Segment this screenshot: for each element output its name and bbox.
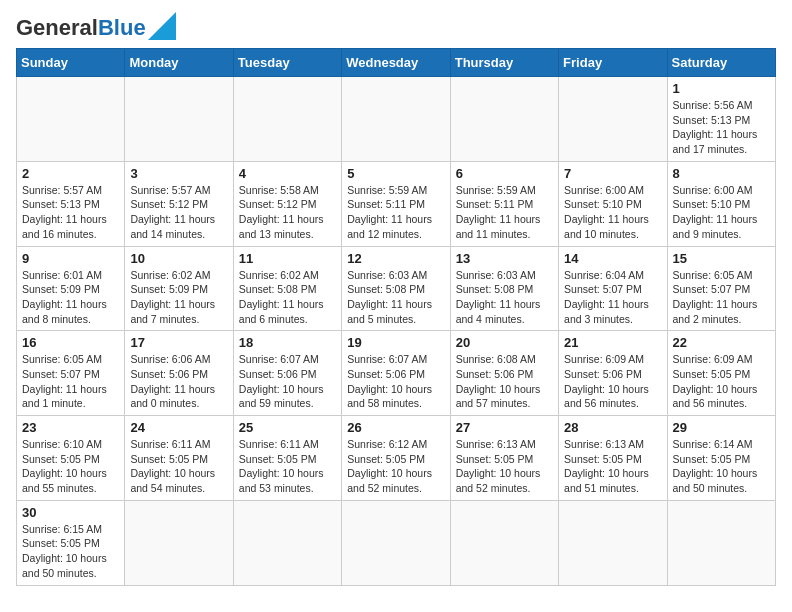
day-info: Sunrise: 6:05 AM Sunset: 5:07 PM Dayligh… xyxy=(673,268,770,327)
calendar-cell: 30Sunrise: 6:15 AM Sunset: 5:05 PM Dayli… xyxy=(17,500,125,585)
day-number: 27 xyxy=(456,420,553,435)
calendar-cell: 16Sunrise: 6:05 AM Sunset: 5:07 PM Dayli… xyxy=(17,331,125,416)
calendar-cell xyxy=(233,77,341,162)
calendar-cell: 5Sunrise: 5:59 AM Sunset: 5:11 PM Daylig… xyxy=(342,161,450,246)
day-info: Sunrise: 6:00 AM Sunset: 5:10 PM Dayligh… xyxy=(673,183,770,242)
calendar-cell: 27Sunrise: 6:13 AM Sunset: 5:05 PM Dayli… xyxy=(450,416,558,501)
calendar-cell: 17Sunrise: 6:06 AM Sunset: 5:06 PM Dayli… xyxy=(125,331,233,416)
calendar-cell: 22Sunrise: 6:09 AM Sunset: 5:05 PM Dayli… xyxy=(667,331,775,416)
calendar-cell: 8Sunrise: 6:00 AM Sunset: 5:10 PM Daylig… xyxy=(667,161,775,246)
logo-icon xyxy=(148,12,176,40)
day-number: 14 xyxy=(564,251,661,266)
day-info: Sunrise: 5:57 AM Sunset: 5:12 PM Dayligh… xyxy=(130,183,227,242)
calendar-cell xyxy=(342,77,450,162)
day-info: Sunrise: 6:03 AM Sunset: 5:08 PM Dayligh… xyxy=(347,268,444,327)
calendar-cell xyxy=(125,500,233,585)
calendar-cell: 13Sunrise: 6:03 AM Sunset: 5:08 PM Dayli… xyxy=(450,246,558,331)
weekday-header-monday: Monday xyxy=(125,49,233,77)
calendar-cell: 2Sunrise: 5:57 AM Sunset: 5:13 PM Daylig… xyxy=(17,161,125,246)
day-info: Sunrise: 6:11 AM Sunset: 5:05 PM Dayligh… xyxy=(130,437,227,496)
day-info: Sunrise: 6:07 AM Sunset: 5:06 PM Dayligh… xyxy=(347,352,444,411)
calendar-cell xyxy=(342,500,450,585)
calendar-cell: 23Sunrise: 6:10 AM Sunset: 5:05 PM Dayli… xyxy=(17,416,125,501)
day-number: 12 xyxy=(347,251,444,266)
calendar-cell: 11Sunrise: 6:02 AM Sunset: 5:08 PM Dayli… xyxy=(233,246,341,331)
day-number: 18 xyxy=(239,335,336,350)
weekday-header-saturday: Saturday xyxy=(667,49,775,77)
day-info: Sunrise: 6:11 AM Sunset: 5:05 PM Dayligh… xyxy=(239,437,336,496)
calendar-cell xyxy=(450,77,558,162)
day-info: Sunrise: 6:07 AM Sunset: 5:06 PM Dayligh… xyxy=(239,352,336,411)
day-info: Sunrise: 6:05 AM Sunset: 5:07 PM Dayligh… xyxy=(22,352,119,411)
day-number: 13 xyxy=(456,251,553,266)
day-info: Sunrise: 6:14 AM Sunset: 5:05 PM Dayligh… xyxy=(673,437,770,496)
weekday-header-row: SundayMondayTuesdayWednesdayThursdayFrid… xyxy=(17,49,776,77)
calendar-cell: 4Sunrise: 5:58 AM Sunset: 5:12 PM Daylig… xyxy=(233,161,341,246)
weekday-header-sunday: Sunday xyxy=(17,49,125,77)
day-number: 22 xyxy=(673,335,770,350)
calendar-week-row: 23Sunrise: 6:10 AM Sunset: 5:05 PM Dayli… xyxy=(17,416,776,501)
calendar-week-row: 1Sunrise: 5:56 AM Sunset: 5:13 PM Daylig… xyxy=(17,77,776,162)
calendar-cell xyxy=(125,77,233,162)
calendar-cell: 28Sunrise: 6:13 AM Sunset: 5:05 PM Dayli… xyxy=(559,416,667,501)
day-number: 5 xyxy=(347,166,444,181)
day-number: 24 xyxy=(130,420,227,435)
day-info: Sunrise: 6:09 AM Sunset: 5:05 PM Dayligh… xyxy=(673,352,770,411)
calendar-week-row: 2Sunrise: 5:57 AM Sunset: 5:13 PM Daylig… xyxy=(17,161,776,246)
logo: GeneralBlue xyxy=(16,16,176,40)
day-number: 6 xyxy=(456,166,553,181)
day-info: Sunrise: 6:04 AM Sunset: 5:07 PM Dayligh… xyxy=(564,268,661,327)
calendar-cell: 20Sunrise: 6:08 AM Sunset: 5:06 PM Dayli… xyxy=(450,331,558,416)
calendar-week-row: 16Sunrise: 6:05 AM Sunset: 5:07 PM Dayli… xyxy=(17,331,776,416)
calendar-cell: 1Sunrise: 5:56 AM Sunset: 5:13 PM Daylig… xyxy=(667,77,775,162)
calendar-cell xyxy=(17,77,125,162)
day-number: 4 xyxy=(239,166,336,181)
calendar-cell: 6Sunrise: 5:59 AM Sunset: 5:11 PM Daylig… xyxy=(450,161,558,246)
calendar-cell: 12Sunrise: 6:03 AM Sunset: 5:08 PM Dayli… xyxy=(342,246,450,331)
calendar-cell: 19Sunrise: 6:07 AM Sunset: 5:06 PM Dayli… xyxy=(342,331,450,416)
calendar-cell: 9Sunrise: 6:01 AM Sunset: 5:09 PM Daylig… xyxy=(17,246,125,331)
logo-general: General xyxy=(16,15,98,40)
svg-marker-0 xyxy=(148,12,176,40)
calendar-cell: 14Sunrise: 6:04 AM Sunset: 5:07 PM Dayli… xyxy=(559,246,667,331)
day-info: Sunrise: 6:15 AM Sunset: 5:05 PM Dayligh… xyxy=(22,522,119,581)
day-info: Sunrise: 6:12 AM Sunset: 5:05 PM Dayligh… xyxy=(347,437,444,496)
day-info: Sunrise: 5:56 AM Sunset: 5:13 PM Dayligh… xyxy=(673,98,770,157)
day-info: Sunrise: 6:13 AM Sunset: 5:05 PM Dayligh… xyxy=(456,437,553,496)
day-info: Sunrise: 5:59 AM Sunset: 5:11 PM Dayligh… xyxy=(456,183,553,242)
calendar-week-row: 9Sunrise: 6:01 AM Sunset: 5:09 PM Daylig… xyxy=(17,246,776,331)
calendar-cell: 18Sunrise: 6:07 AM Sunset: 5:06 PM Dayli… xyxy=(233,331,341,416)
calendar-cell: 26Sunrise: 6:12 AM Sunset: 5:05 PM Dayli… xyxy=(342,416,450,501)
day-number: 9 xyxy=(22,251,119,266)
day-number: 20 xyxy=(456,335,553,350)
day-info: Sunrise: 6:00 AM Sunset: 5:10 PM Dayligh… xyxy=(564,183,661,242)
day-info: Sunrise: 6:02 AM Sunset: 5:08 PM Dayligh… xyxy=(239,268,336,327)
day-number: 11 xyxy=(239,251,336,266)
calendar-cell xyxy=(559,500,667,585)
weekday-header-tuesday: Tuesday xyxy=(233,49,341,77)
calendar-cell xyxy=(233,500,341,585)
day-info: Sunrise: 5:57 AM Sunset: 5:13 PM Dayligh… xyxy=(22,183,119,242)
day-number: 17 xyxy=(130,335,227,350)
day-number: 25 xyxy=(239,420,336,435)
calendar-cell: 24Sunrise: 6:11 AM Sunset: 5:05 PM Dayli… xyxy=(125,416,233,501)
weekday-header-friday: Friday xyxy=(559,49,667,77)
day-number: 15 xyxy=(673,251,770,266)
day-info: Sunrise: 5:59 AM Sunset: 5:11 PM Dayligh… xyxy=(347,183,444,242)
calendar-cell: 21Sunrise: 6:09 AM Sunset: 5:06 PM Dayli… xyxy=(559,331,667,416)
calendar-cell: 29Sunrise: 6:14 AM Sunset: 5:05 PM Dayli… xyxy=(667,416,775,501)
calendar-cell xyxy=(450,500,558,585)
day-number: 16 xyxy=(22,335,119,350)
calendar-cell xyxy=(559,77,667,162)
calendar-table: SundayMondayTuesdayWednesdayThursdayFrid… xyxy=(16,48,776,586)
day-info: Sunrise: 6:01 AM Sunset: 5:09 PM Dayligh… xyxy=(22,268,119,327)
logo-text: GeneralBlue xyxy=(16,17,146,39)
calendar-cell: 25Sunrise: 6:11 AM Sunset: 5:05 PM Dayli… xyxy=(233,416,341,501)
day-number: 2 xyxy=(22,166,119,181)
day-number: 30 xyxy=(22,505,119,520)
day-number: 26 xyxy=(347,420,444,435)
day-number: 28 xyxy=(564,420,661,435)
logo-blue: Blue xyxy=(98,15,146,40)
calendar-week-row: 30Sunrise: 6:15 AM Sunset: 5:05 PM Dayli… xyxy=(17,500,776,585)
day-number: 21 xyxy=(564,335,661,350)
